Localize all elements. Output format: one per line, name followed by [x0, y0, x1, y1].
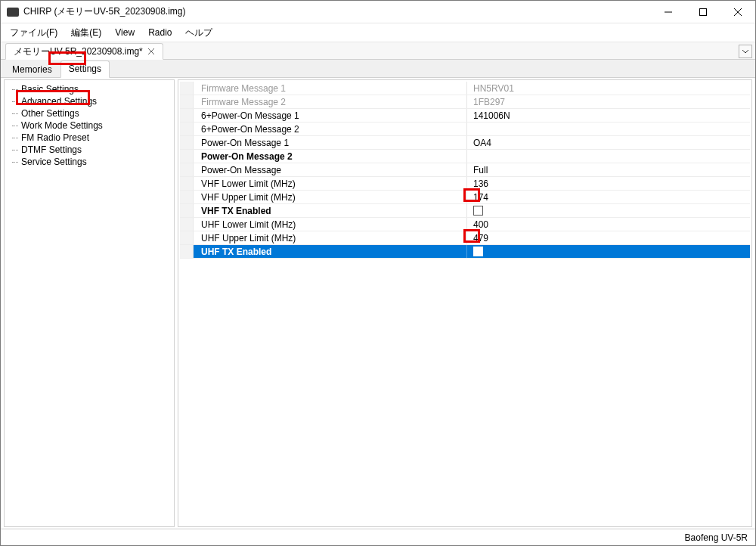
- settings-row-value[interactable]: [467, 150, 750, 163]
- settings-row[interactable]: 6+Power-On Message 2: [180, 123, 750, 136]
- menu-radio[interactable]: Radio: [142, 26, 178, 39]
- close-tab-icon[interactable]: [147, 48, 155, 55]
- settings-row[interactable]: Firmware Message 1HN5RV01: [180, 82, 750, 95]
- document-tab[interactable]: メモリーUV-5R_20230908.img*: [5, 43, 163, 60]
- settings-row-label: VHF Upper Limit (MHz): [194, 191, 467, 203]
- settings-row-value[interactable]: 1FB297: [467, 95, 750, 108]
- settings-row-label: Power-On Message 1: [194, 136, 467, 149]
- settings-row-label: Power-On Message 2: [194, 150, 467, 163]
- menu-help[interactable]: ヘルプ: [179, 25, 218, 41]
- window-title: CHIRP (メモリーUV-5R_20230908.img): [23, 5, 186, 18]
- settings-row-value[interactable]: 479: [467, 231, 750, 244]
- settings-row-value[interactable]: HN5RV01: [467, 82, 750, 95]
- settings-row[interactable]: 6+Power-On Message 1141006N: [180, 109, 750, 123]
- checkbox-icon[interactable]: [473, 247, 483, 256]
- settings-row[interactable]: UHF TX Enabled: [180, 245, 750, 259]
- menubar: ファイル(F) 編集(E) View Radio ヘルプ: [1, 23, 755, 42]
- settings-row-label: 6+Power-On Message 1: [194, 109, 467, 122]
- tab-overflow-button[interactable]: [739, 45, 752, 58]
- row-handle: [180, 123, 194, 135]
- row-handle: [180, 150, 194, 163]
- settings-row-label: 6+Power-On Message 2: [194, 123, 467, 135]
- row-handle: [180, 191, 194, 203]
- app-icon: [7, 8, 19, 17]
- tree-service-settings[interactable]: Service Settings: [6, 156, 172, 168]
- close-button[interactable]: [720, 1, 755, 23]
- row-handle: [180, 95, 194, 108]
- tree-other-settings[interactable]: Other Settings: [6, 107, 172, 119]
- settings-row-label: Power-On Message: [194, 163, 467, 176]
- tree-advanced-settings[interactable]: Advanced Settings: [6, 95, 172, 107]
- settings-row-label: UHF Lower Limit (MHz): [194, 218, 467, 231]
- settings-row-label: Firmware Message 2: [194, 95, 467, 108]
- row-handle: [180, 163, 194, 176]
- row-handle: [180, 177, 194, 190]
- titlebar: CHIRP (メモリーUV-5R_20230908.img): [1, 1, 755, 23]
- settings-row-label: VHF Lower Limit (MHz): [194, 177, 467, 190]
- tab-settings[interactable]: Settings: [60, 60, 110, 78]
- settings-row[interactable]: Power-On Message 2: [180, 150, 750, 163]
- status-bar: Baofeng UV-5R: [1, 529, 755, 545]
- status-device: Baofeng UV-5R: [685, 532, 748, 543]
- row-handle: [180, 109, 194, 122]
- minimize-button[interactable]: [651, 1, 686, 23]
- settings-row[interactable]: Power-On Message 1 OA4: [180, 136, 750, 150]
- settings-row[interactable]: VHF TX Enabled: [180, 204, 750, 218]
- tree-work-mode-settings[interactable]: Work Mode Settings: [6, 119, 172, 132]
- settings-row-value[interactable]: [467, 123, 750, 135]
- settings-row-value[interactable]: [467, 204, 750, 217]
- settings-row[interactable]: VHF Lower Limit (MHz)136: [180, 177, 750, 191]
- row-handle: [180, 204, 194, 217]
- tab-memories[interactable]: Memories: [4, 61, 60, 78]
- row-handle: [180, 82, 194, 95]
- svg-rect-1: [700, 8, 707, 15]
- document-tab-label: メモリーUV-5R_20230908.img*: [14, 45, 143, 58]
- settings-row-value[interactable]: 400: [467, 218, 750, 231]
- content-area: Basic Settings Advanced Settings Other S…: [1, 78, 755, 529]
- settings-row[interactable]: Firmware Message 21FB297: [180, 95, 750, 109]
- settings-grid: Firmware Message 1HN5RV01Firmware Messag…: [178, 79, 752, 527]
- menu-file[interactable]: ファイル(F): [4, 25, 64, 41]
- settings-row[interactable]: Power-On MessageFull: [180, 163, 750, 177]
- settings-row[interactable]: UHF Lower Limit (MHz)400: [180, 218, 750, 231]
- checkbox-icon[interactable]: [473, 206, 483, 216]
- row-handle: [180, 245, 194, 258]
- settings-row-label: VHF TX Enabled: [194, 204, 467, 217]
- document-tab-bar: メモリーUV-5R_20230908.img*: [1, 42, 755, 60]
- row-handle: [180, 231, 194, 244]
- settings-row[interactable]: UHF Upper Limit (MHz)479: [180, 231, 750, 245]
- tree-dtmf-settings[interactable]: DTMF Settings: [6, 144, 172, 156]
- app-window: CHIRP (メモリーUV-5R_20230908.img) ファイル(F) 編…: [0, 0, 756, 546]
- window-controls: [651, 1, 755, 23]
- settings-row-value[interactable]: 141006N: [467, 109, 750, 122]
- view-tabs: Memories Settings: [1, 60, 755, 78]
- settings-row-label: UHF TX Enabled: [194, 245, 467, 258]
- settings-row-label: UHF Upper Limit (MHz): [194, 231, 467, 244]
- settings-row-value[interactable]: OA4: [467, 136, 750, 149]
- settings-row[interactable]: VHF Upper Limit (MHz)174: [180, 191, 750, 204]
- settings-row-value[interactable]: [467, 245, 750, 258]
- tree-fm-radio-preset[interactable]: FM Radio Preset: [6, 132, 172, 144]
- settings-row-value[interactable]: 136: [467, 177, 750, 190]
- settings-row-value[interactable]: Full: [467, 163, 750, 176]
- settings-row-value[interactable]: 174: [467, 191, 750, 203]
- tree-basic-settings[interactable]: Basic Settings: [6, 83, 172, 95]
- menu-view[interactable]: View: [109, 26, 141, 39]
- maximize-button[interactable]: [686, 1, 720, 23]
- row-handle: [180, 218, 194, 231]
- settings-row-label: Firmware Message 1: [194, 82, 467, 95]
- menu-edit[interactable]: 編集(E): [65, 25, 107, 41]
- settings-tree: Basic Settings Advanced Settings Other S…: [4, 79, 175, 527]
- row-handle: [180, 136, 194, 149]
